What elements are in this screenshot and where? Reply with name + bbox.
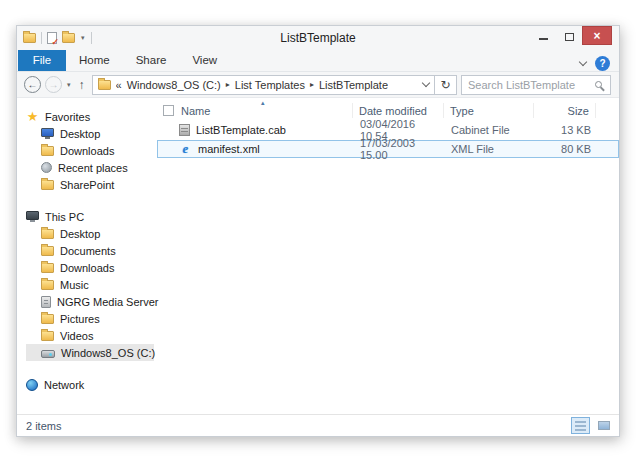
sidebar-item-windows8-os[interactable]: Windows8_OS (C:) (26, 344, 154, 361)
file-size-cell: 80 KB (535, 143, 597, 155)
column-header-name[interactable]: Name (157, 103, 353, 118)
sidebar-label: Favorites (45, 111, 90, 123)
network-section: Network (26, 376, 157, 393)
separator (91, 32, 92, 44)
documents-folder-icon (41, 246, 54, 256)
network-icon (26, 379, 38, 391)
back-button[interactable]: ← (24, 76, 41, 93)
sort-ascending-icon: ▴ (261, 99, 265, 107)
help-icon[interactable]: ? (595, 56, 610, 71)
new-folder-icon[interactable] (62, 33, 75, 43)
file-type-cell: Cabinet File (445, 124, 535, 136)
search-input[interactable] (468, 79, 591, 91)
maximize-icon (565, 33, 574, 41)
column-label: Name (181, 105, 210, 117)
minimize-icon (539, 38, 548, 40)
select-all-checkbox[interactable] (163, 105, 174, 116)
explorer-window: ▾ ListBTemplate × File Home Share View ?… (16, 25, 620, 437)
recent-locations-icon[interactable]: ▾ (66, 81, 72, 89)
sidebar-item-network[interactable]: Network (26, 376, 157, 393)
media-server-icon (41, 296, 51, 308)
cabinet-file-icon (179, 124, 190, 136)
sidebar-item-favorites[interactable]: ★ Favorites (26, 108, 157, 125)
downloads-folder-icon (41, 146, 54, 156)
sidebar-item-pc-downloads[interactable]: Downloads (41, 259, 157, 276)
sidebar-item-sharepoint[interactable]: SharePoint (41, 176, 157, 193)
disk-drive-icon (41, 350, 55, 358)
tab-home[interactable]: Home (66, 49, 123, 71)
file-name-cell: ListBTemplate.cab (158, 124, 354, 136)
column-label: Size (568, 105, 589, 117)
customize-toolbar-icon[interactable]: ▾ (80, 34, 86, 42)
column-label: Type (450, 105, 474, 117)
search-box (461, 75, 611, 95)
tab-file[interactable]: File (18, 49, 66, 71)
computer-icon (26, 211, 39, 220)
minimize-button[interactable] (530, 26, 556, 45)
tab-share[interactable]: Share (123, 49, 180, 71)
sidebar-item-documents[interactable]: Documents (41, 242, 157, 259)
ribbon-tabs: File Home Share View ? (17, 50, 619, 72)
star-icon: ★ (26, 111, 39, 122)
sidebar-item-media-server[interactable]: NGRG Media Server (41, 293, 157, 310)
file-name: ListBTemplate.cab (196, 124, 286, 136)
column-header-date-modified[interactable]: Date modified (353, 103, 444, 118)
refresh-button[interactable]: ↻ (435, 75, 457, 95)
favorites-section: ★ Favorites Desktop Downloads Recent pla… (26, 108, 157, 193)
up-button[interactable]: ↑ (76, 78, 88, 92)
downloads-folder-icon (41, 263, 54, 273)
sidebar-item-pc-desktop[interactable]: Desktop (41, 225, 157, 242)
column-header-size[interactable]: Size (534, 103, 596, 118)
sidebar-item-music[interactable]: Music (41, 276, 157, 293)
xml-file-icon: e (179, 143, 192, 155)
file-row-manifest-xml[interactable]: e manifest.xml 17/03/2003 15.00 XML File… (157, 140, 619, 158)
music-folder-icon (41, 280, 54, 290)
properties-icon[interactable] (47, 32, 57, 44)
close-button[interactable]: × (582, 26, 612, 45)
breadcrumb-segment-current[interactable]: ListBTemplate (319, 79, 388, 91)
desktop-icon (41, 128, 54, 137)
file-list: ▴ Name Date modified Type Size L (157, 98, 619, 414)
title-bar: ▾ ListBTemplate × (17, 26, 619, 50)
view-switcher (571, 417, 613, 434)
sidebar-label: Downloads (60, 262, 114, 274)
window-title: ListBTemplate (17, 31, 619, 45)
recent-places-icon (41, 162, 52, 173)
column-label: Date modified (359, 105, 427, 117)
sidebar-item-this-pc[interactable]: This PC (26, 208, 157, 225)
maximize-button[interactable] (556, 26, 582, 45)
sidebar-label: Music (60, 279, 89, 291)
ribbon-right-controls: ? (580, 56, 619, 71)
main-area: ★ Favorites Desktop Downloads Recent pla… (17, 98, 619, 414)
search-icon[interactable] (595, 81, 602, 88)
file-name: manifest.xml (198, 143, 260, 155)
sidebar-label: SharePoint (60, 179, 114, 191)
sidebar-item-downloads[interactable]: Downloads (41, 142, 157, 159)
folder-icon (98, 80, 111, 90)
sidebar-label: Desktop (60, 228, 100, 240)
sidebar-label: Desktop (60, 128, 100, 140)
quick-access-toolbar: ▾ (23, 32, 92, 44)
separator (41, 32, 42, 44)
navigation-pane: ★ Favorites Desktop Downloads Recent pla… (17, 98, 157, 414)
thumbnails-view-button[interactable] (594, 417, 613, 434)
breadcrumb-segment-drive[interactable]: Windows8_OS (C:) (127, 79, 221, 91)
address-bar[interactable]: « Windows8_OS (C:) ▸ List Templates ▸ Li… (92, 75, 435, 95)
address-dropdown-icon[interactable] (422, 79, 430, 87)
breadcrumb-segment-list-templates[interactable]: List Templates (235, 79, 305, 91)
details-view-button[interactable] (571, 417, 590, 434)
sidebar-label: Documents (60, 245, 116, 257)
forward-button[interactable]: → (45, 76, 62, 93)
sidebar-item-videos[interactable]: Videos (41, 327, 157, 344)
sidebar-label: NGRG Media Server (57, 296, 158, 308)
sidebar-item-recent-places[interactable]: Recent places (41, 159, 157, 176)
thumbnails-view-icon (598, 421, 610, 430)
tab-view[interactable]: View (179, 49, 230, 71)
column-header-type[interactable]: Type (444, 103, 534, 118)
expand-ribbon-icon[interactable] (579, 58, 587, 66)
file-date-cell: 17/03/2003 15.00 (354, 137, 445, 161)
address-bar-row: ← → ▾ ↑ « Windows8_OS (C:) ▸ List Templa… (17, 72, 619, 98)
pictures-folder-icon (41, 314, 54, 324)
sidebar-item-desktop[interactable]: Desktop (41, 125, 157, 142)
sidebar-item-pictures[interactable]: Pictures (41, 310, 157, 327)
